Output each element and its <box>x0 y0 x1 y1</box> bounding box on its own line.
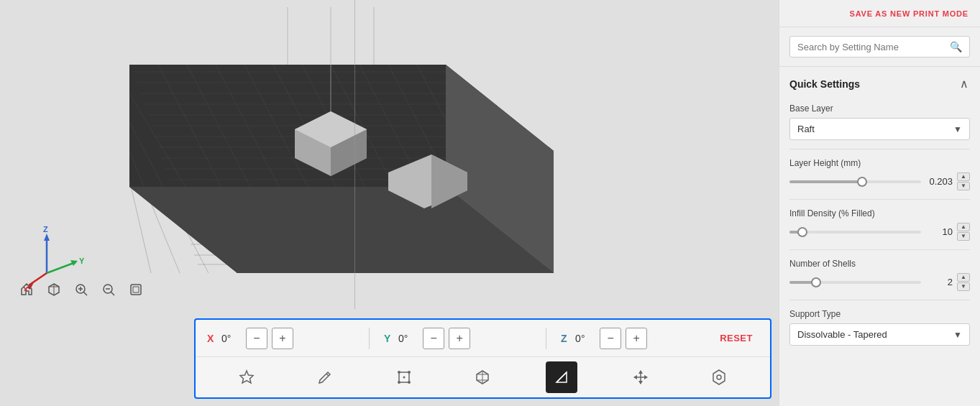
svg-point-87 <box>717 375 721 379</box>
base-layer-arrow-icon: ▼ <box>953 124 962 134</box>
num-shells-thumb[interactable] <box>811 277 821 287</box>
svg-line-79 <box>557 372 567 382</box>
layer-height-up-btn[interactable]: ▲ <box>957 172 970 181</box>
tools-row <box>196 357 770 397</box>
base-layer-setting: Base Layer Raft ▼ <box>779 98 980 146</box>
x-axis-label: X <box>207 333 217 344</box>
layer-height-spinners: ▲ ▼ <box>957 172 970 190</box>
mesh-tool-btn[interactable] <box>467 361 498 393</box>
y-axis-label: Y <box>384 333 394 344</box>
favorites-tool-btn[interactable] <box>231 361 262 393</box>
y-minus-btn[interactable]: − <box>423 328 444 349</box>
svg-point-70 <box>408 371 411 374</box>
left-sidebar <box>14 277 148 302</box>
edit-tool-btn[interactable] <box>309 361 341 393</box>
svg-point-71 <box>398 381 400 384</box>
bottom-toolbar: X 0° − + Y 0° − + Z 0° − + RESET <box>194 318 771 399</box>
rotation-row: X 0° − + Y 0° − + Z 0° − + RESET <box>196 320 770 357</box>
z-plus-btn[interactable]: + <box>626 328 647 349</box>
y-plus-btn[interactable]: + <box>449 328 470 349</box>
base-layer-dropdown[interactable]: Raft ▼ <box>789 118 970 140</box>
svg-marker-82 <box>638 370 643 374</box>
base-layer-value: Raft <box>797 124 815 134</box>
svg-text:Y: Y <box>79 257 85 265</box>
base-layer-label: Base Layer <box>789 103 970 114</box>
xy-divider <box>369 328 370 349</box>
num-shells-slider-track[interactable] <box>789 281 921 284</box>
num-shells-setting: Number of Shells 2 ▲ ▼ <box>779 253 980 297</box>
x-axis-group: X 0° − + <box>207 328 354 349</box>
svg-point-69 <box>398 371 400 374</box>
z-axis-group: Z 0° − + <box>561 328 708 349</box>
support-type-value: Dissolvable - Tapered <box>797 329 887 340</box>
num-shells-label: Number of Shells <box>789 259 970 269</box>
svg-marker-86 <box>713 370 725 384</box>
settings-panel: SAVE AS NEW PRINT MODE 🔍 Quick Settings … <box>779 0 980 406</box>
infill-density-thumb[interactable] <box>797 227 807 237</box>
support-type-setting: Support Type Dissolvable - Tapered ▼ <box>779 303 980 351</box>
num-shells-controls: 2 ▲ ▼ <box>789 273 970 291</box>
collapse-quick-settings-btn[interactable]: ∧ <box>958 75 970 92</box>
svg-text:Z: Z <box>43 226 48 234</box>
x-minus-btn[interactable]: − <box>246 328 267 349</box>
svg-line-67 <box>326 374 329 376</box>
infill-density-label: Infill Density (% Filled) <box>789 208 970 218</box>
move-tool-btn[interactable] <box>625 361 656 393</box>
svg-point-73 <box>403 377 405 379</box>
search-input[interactable] <box>797 42 944 52</box>
viewport: Z Y X <box>0 0 779 406</box>
object-icon-btn[interactable] <box>124 277 148 302</box>
infill-density-up-btn[interactable]: ▲ <box>957 223 970 231</box>
slice-tool-btn[interactable] <box>546 361 577 393</box>
settings2-tool-btn[interactable] <box>703 361 735 393</box>
y-axis-group: Y 0° − + <box>384 328 531 349</box>
svg-line-62 <box>111 292 114 295</box>
num-shells-down-btn[interactable]: ▼ <box>957 282 970 291</box>
zoom-out-icon-btn[interactable] <box>96 277 121 302</box>
infill-density-setting: Infill Density (% Filled) 10 ▲ ▼ <box>779 203 980 246</box>
num-shells-up-btn[interactable]: ▲ <box>957 273 970 282</box>
z-axis-value: 0° <box>575 333 595 344</box>
layer-height-value: 0.203 <box>927 176 953 187</box>
svg-marker-84 <box>633 375 637 379</box>
svg-rect-64 <box>131 285 141 295</box>
search-container: 🔍 <box>779 27 980 67</box>
center-guide-line <box>354 0 355 309</box>
search-icon: 🔍 <box>950 41 962 52</box>
yz-divider <box>546 328 546 349</box>
z-minus-btn[interactable]: − <box>600 328 621 349</box>
zoom-in-icon-btn[interactable] <box>69 277 93 302</box>
layer-height-thumb[interactable] <box>857 177 867 187</box>
z-axis-label: Z <box>561 333 571 344</box>
layer-height-slider-track[interactable] <box>789 180 921 183</box>
quick-settings-title: Quick Settings <box>789 78 860 90</box>
infill-density-controls: 10 ▲ ▼ <box>789 223 970 241</box>
infill-density-slider-track[interactable] <box>789 231 921 234</box>
home-icon-btn[interactable] <box>14 277 39 302</box>
transform-tool-btn[interactable] <box>388 361 420 393</box>
reset-btn[interactable]: RESET <box>714 330 759 346</box>
num-shells-value: 2 <box>927 277 953 287</box>
infill-density-down-btn[interactable]: ▼ <box>957 232 970 241</box>
save-as-new-print-mode-btn[interactable]: SAVE AS NEW PRINT MODE <box>779 0 980 27</box>
y-axis-value: 0° <box>398 333 418 344</box>
layer-height-controls: 0.203 ▲ ▼ <box>789 172 970 190</box>
infill-density-number-group: 10 ▲ ▼ <box>927 223 970 241</box>
3d-scene <box>36 7 611 309</box>
support-type-dropdown[interactable]: Dissolvable - Tapered ▼ <box>789 323 970 346</box>
divider2 <box>789 199 970 200</box>
divider3 <box>789 249 970 250</box>
infill-density-value: 10 <box>927 226 953 237</box>
svg-rect-65 <box>133 287 139 292</box>
cube-icon-btn[interactable] <box>42 277 66 302</box>
x-plus-btn[interactable]: + <box>272 328 293 349</box>
layer-height-down-btn[interactable]: ▼ <box>957 182 970 190</box>
num-shells-spinners: ▲ ▼ <box>957 273 970 291</box>
quick-settings-header: Quick Settings ∧ <box>779 67 980 98</box>
svg-marker-83 <box>638 381 643 384</box>
support-type-arrow-icon: ▼ <box>953 330 962 340</box>
x-axis-value: 0° <box>221 333 242 344</box>
support-type-label: Support Type <box>789 309 970 319</box>
num-shells-number-group: 2 ▲ ▼ <box>927 273 970 291</box>
svg-line-58 <box>83 292 87 295</box>
